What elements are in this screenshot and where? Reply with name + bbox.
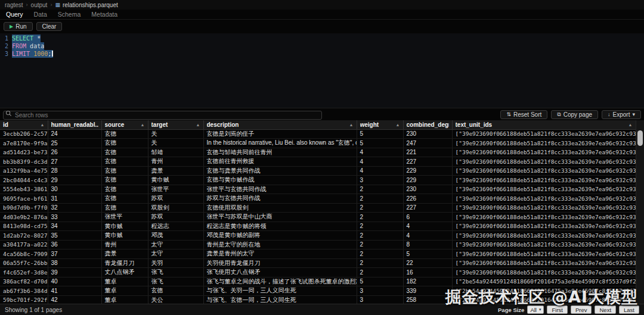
- table-row[interactable]: ad514d23-be73-4ba...26玄德邹靖玄德与邹靖共同前往青州422…: [0, 148, 636, 157]
- code-line[interactable]: 3LIMIT 1000;: [0, 50, 644, 58]
- table-row[interactable]: 4ca56b8c-7909-487b...37龚景太守龚景是青州的太守25["3…: [0, 249, 636, 259]
- cell-desc[interactable]: 玄德与邹靖共同前往青州: [203, 148, 357, 157]
- cell-source[interactable]: 玄德: [101, 139, 148, 148]
- cell-tuid[interactable]: ["39e923690f066188deb51a821f8cc333ea2639…: [452, 268, 636, 277]
- column-header-weight[interactable]: weight▲: [357, 120, 403, 129]
- table-row[interactable]: 8413e98d-cd75-47df...34黄巾贼程远志程远志是黄巾贼的将领2…: [0, 222, 636, 231]
- table-row[interactable]: 4d03e9b2-876a-45d...33张世平苏双张世平与苏双是中山大商26…: [0, 213, 636, 222]
- cell-desc[interactable]: In the historical narrative, Liu Bei. al…: [203, 139, 357, 148]
- cell-hr[interactable]: 27: [48, 157, 101, 167]
- cell-id[interactable]: 2bc04044-c4c3-4aaa...: [0, 176, 48, 185]
- cell-tuid[interactable]: ["39e923690f066188deb51a821f8cc333ea2639…: [452, 166, 636, 176]
- table-row[interactable]: bb3b83f9-dc3d-44b...27玄德青州玄德前往青州救援4227["…: [0, 157, 636, 167]
- cell-source[interactable]: 玄德: [101, 148, 148, 157]
- cell-tuid[interactable]: ["39e923690f066188deb51a821f8cc333ea2639…: [452, 240, 636, 249]
- cell-tuid[interactable]: ["39e923690f066188deb51a821f8cc333ea2639…: [452, 129, 636, 139]
- table-row[interactable]: 5554eb43-3861-496...30玄德张世平张世平与玄德共同作战223…: [0, 185, 636, 194]
- tab-query[interactable]: Query: [6, 11, 23, 18]
- cell-desc[interactable]: 张飞与董卓之间的战斗，描述了张飞试图杀死董卓的激烈冲突。然而，...: [203, 277, 357, 286]
- cell-id[interactable]: ab67f3b6-384d-4fe1...: [0, 286, 48, 296]
- cell-tuid[interactable]: ["39e923690f066188deb51a821f8cc333ea2639…: [452, 148, 636, 157]
- cell-target[interactable]: 张飞: [148, 268, 203, 277]
- cell-target[interactable]: 太守: [148, 240, 203, 249]
- cell-weight[interactable]: 4: [357, 157, 403, 167]
- cell-weight[interactable]: 2: [357, 222, 403, 231]
- cell-desc[interactable]: 玄德是刘焉的侄子: [203, 129, 357, 139]
- cell-degree[interactable]: 227: [403, 203, 452, 213]
- cell-degree[interactable]: 221: [403, 148, 452, 157]
- cell-source[interactable]: 张世平: [101, 213, 148, 222]
- table-row[interactable]: 06a55f7c-26bb-4a7b...38青龙偃月刀关羽关羽使用青龙偃月刀2…: [0, 258, 636, 268]
- cell-hr[interactable]: 37: [48, 249, 101, 259]
- cell-degree[interactable]: 4: [403, 231, 452, 241]
- cell-degree[interactable]: 16: [403, 268, 452, 277]
- scrollbar-thumb[interactable]: [637, 130, 643, 146]
- cell-degree[interactable]: 339: [403, 286, 452, 296]
- cell-desc[interactable]: 程远志是黄巾贼的将领: [203, 222, 357, 231]
- cell-desc[interactable]: 玄德与龚景共同作战: [203, 166, 357, 176]
- prev-page-button[interactable]: Prev: [571, 305, 592, 314]
- cell-target[interactable]: 苏双: [148, 213, 203, 222]
- cell-desc[interactable]: 龚景是青州的太守: [203, 249, 357, 259]
- cell-degree[interactable]: 247: [403, 139, 452, 148]
- cell-source[interactable]: 玄德: [101, 129, 148, 139]
- cell-id[interactable]: ad514d23-be73-4ba...: [0, 148, 48, 157]
- cell-tuid[interactable]: ["39e923690f066188deb51a821f8cc333ea2639…: [452, 203, 636, 213]
- cell-weight[interactable]: 4: [357, 166, 403, 176]
- cell-source[interactable]: 玄德: [101, 176, 148, 185]
- cell-weight[interactable]: 2: [357, 185, 403, 194]
- cell-hr[interactable]: 38: [48, 258, 101, 268]
- cell-weight[interactable]: 2: [357, 194, 403, 204]
- cell-degree[interactable]: 22: [403, 258, 452, 268]
- cell-hr[interactable]: 26: [48, 148, 101, 157]
- cell-source[interactable]: 董卓: [101, 277, 148, 286]
- cell-tuid[interactable]: ["2be54a924459124818660f2016475a3e94e459…: [452, 286, 636, 296]
- tab-schema[interactable]: Schema: [58, 11, 81, 18]
- cell-tuid[interactable]: ["2be54a924459124818660f2016475a3e94e459…: [452, 295, 636, 304]
- cell-desc[interactable]: 玄德使用双股剑: [203, 203, 357, 213]
- cell-id[interactable]: 386acf82-d70d-4902...: [0, 277, 48, 286]
- cell-id[interactable]: a304177a-a022-4ddf...: [0, 240, 48, 249]
- cell-hr[interactable]: 34: [48, 222, 101, 231]
- sort-arrow-icon[interactable]: ▲: [396, 123, 400, 127]
- export-button[interactable]: ↓ Export ▾: [602, 110, 641, 119]
- cell-tuid[interactable]: ["39e923690f066188deb51a821f8cc333ea2639…: [452, 194, 636, 204]
- cell-tuid[interactable]: ["39e923690f066188deb51a821f8cc333ea2639…: [452, 231, 636, 241]
- cell-target[interactable]: 邹靖: [148, 148, 203, 157]
- cell-source[interactable]: 黄巾贼: [101, 231, 148, 241]
- sort-arrow-icon[interactable]: ▲: [141, 123, 145, 127]
- reset-sort-button[interactable]: ⇅ Reset Sort: [500, 110, 547, 119]
- cell-degree[interactable]: 227: [403, 157, 452, 167]
- cell-target[interactable]: 太守: [148, 249, 203, 259]
- cell-desc[interactable]: 与张飞、关羽一同，三人义同生死: [203, 286, 357, 296]
- table-row[interactable]: 1d2ab72e-8027-436...35黄巾贼邓茂邓茂是黄巾贼的副将24["…: [0, 231, 636, 241]
- cell-hr[interactable]: 41: [48, 286, 101, 296]
- cell-source[interactable]: 玄德: [101, 185, 148, 194]
- cell-hr[interactable]: 28: [48, 166, 101, 176]
- cell-hr[interactable]: 33: [48, 213, 101, 222]
- cell-id[interactable]: 4d03e9b2-876a-45d...: [0, 213, 48, 222]
- cell-degree[interactable]: 6: [403, 213, 452, 222]
- run-button[interactable]: ▶ Run: [4, 22, 33, 31]
- code-text[interactable]: FROM data: [12, 42, 44, 50]
- cell-desc[interactable]: 玄德前往青州救援: [203, 157, 357, 167]
- cell-id[interactable]: a132f9ba-4e75-45e8...: [0, 166, 48, 176]
- cell-hr[interactable]: 39: [48, 268, 101, 277]
- column-header-desc[interactable]: description▲: [203, 120, 357, 129]
- cell-tuid[interactable]: ["39e923690f066188deb51a821f8cc333ea2639…: [452, 222, 636, 231]
- cell-weight[interactable]: 2: [357, 258, 403, 268]
- breadcrumb-item-file[interactable]: ▦ relationships.parquet: [55, 2, 117, 8]
- table-row[interactable]: b90d7d9b-f7f0-42f2...32玄德双股剑玄德使用双股剑2227[…: [0, 203, 636, 213]
- sort-arrow-icon[interactable]: ▲: [628, 123, 633, 127]
- cell-weight[interactable]: 3: [357, 286, 403, 296]
- cell-id[interactable]: 59bc701f-292f-4617...: [0, 295, 48, 304]
- cell-degree[interactable]: 229: [403, 176, 452, 185]
- cell-degree[interactable]: 258: [403, 295, 452, 304]
- cell-hr[interactable]: 25: [48, 139, 101, 148]
- cell-target[interactable]: 玄德: [148, 286, 203, 296]
- breadcrumb-item-ragtest[interactable]: ragtest: [5, 2, 23, 8]
- table-row[interactable]: 3ecbb206-2c57-41ce...24玄德关玄德是刘焉的侄子5230["…: [0, 129, 636, 139]
- cell-source[interactable]: 青州: [101, 240, 148, 249]
- cell-id[interactable]: 3ecbb206-2c57-41ce...: [0, 129, 48, 139]
- code-line[interactable]: 1SELECT *: [0, 35, 644, 42]
